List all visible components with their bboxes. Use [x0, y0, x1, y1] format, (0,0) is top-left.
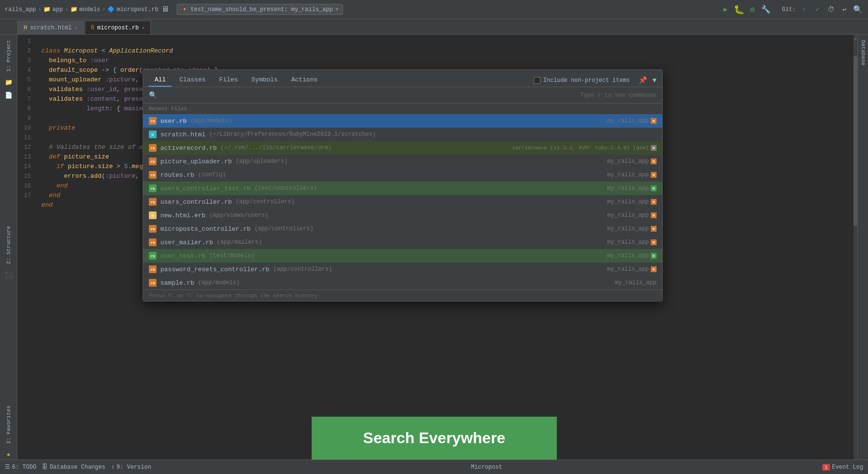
- file-name: activerecord.rb: [160, 145, 217, 152]
- sidebar-project[interactable]: 1: Project: [4, 37, 13, 75]
- file-item-new-html[interactable]: h new.html.erb (app/views/users) my_rail…: [143, 209, 662, 222]
- run-config-icon: 🔸: [181, 6, 188, 13]
- include-non-project-label: Include non-project items: [543, 77, 630, 84]
- rollback-icon[interactable]: ↩: [839, 4, 850, 15]
- sidebar-favorites[interactable]: 2: Favorites: [4, 403, 13, 447]
- tab-scratch[interactable]: H scratch.html ✕: [17, 21, 84, 34]
- file-item-routes[interactable]: rb routes.rb (config) my_rails_app ▤: [143, 168, 662, 182]
- file-name: user_mailer.rb: [160, 239, 213, 246]
- file-item-user-rb[interactable]: rb user.rb (app/models) my_rails_app ▤: [143, 114, 662, 128]
- file-item-microposts-controller[interactable]: rb microposts_controller.rb (app/control…: [143, 222, 662, 236]
- version-button[interactable]: ↕ 9: Version: [111, 464, 151, 471]
- file-item-picture-uploader[interactable]: rb picture_uploader.rb (app/uploaders) m…: [143, 155, 662, 168]
- event-log-button[interactable]: 1 Event Log: [822, 464, 863, 471]
- sidebar-database[interactable]: Database: [859, 37, 867, 68]
- tab-micropost-icon: R: [91, 25, 94, 31]
- search-icon[interactable]: 🔍: [853, 4, 863, 15]
- file-path: (app/models): [191, 118, 232, 124]
- file-item-sample[interactable]: rb sample.rb (app/models) my_rails_app: [143, 276, 662, 290]
- todo-button[interactable]: ☰ 6: TODO: [5, 463, 36, 471]
- play-button[interactable]: ▶: [720, 4, 731, 15]
- main-area: 1: Project 📁 📄 Z: Structure ⬛ 2: Favorit…: [0, 35, 868, 460]
- profile-icon[interactable]: 🔧: [761, 4, 771, 15]
- file-icon-rb: rb: [149, 171, 157, 179]
- bc-app[interactable]: app: [53, 6, 63, 13]
- bc-file[interactable]: micropost.rb: [117, 6, 158, 13]
- file-project: my_rails_app ▤: [607, 185, 657, 192]
- file-item-users-controller-test[interactable]: rb users_controller_test.rb (test/contro…: [143, 182, 662, 195]
- popup-tab-all[interactable]: All: [149, 74, 171, 87]
- file-icon-rb-green: rb: [149, 184, 157, 192]
- tab-micropost-close[interactable]: ✕: [142, 25, 145, 31]
- bc-project[interactable]: rails_app: [5, 6, 36, 13]
- file-name: user_test.rb: [160, 252, 206, 260]
- file-icon-rb: rb: [149, 144, 157, 152]
- file-path: (app/controllers): [273, 266, 332, 273]
- scrollbar[interactable]: [854, 35, 857, 460]
- todo-label: 6: TODO: [12, 464, 36, 471]
- search-input-row: 🔍 Type / to see commands: [143, 87, 662, 104]
- search-popup: All Classes Files Symbols Actions Includ…: [143, 69, 663, 302]
- version-label: 9: Version: [117, 464, 151, 471]
- file-item-scratch[interactable]: h scratch.html (~/Library/Preferences/Ru…: [143, 128, 662, 141]
- project-folder-icon: ▤: [651, 145, 657, 151]
- popup-tab-files[interactable]: Files: [213, 74, 244, 87]
- tab-micropost[interactable]: R micropost.rb ✕: [85, 21, 151, 34]
- sidebar-file-icon[interactable]: 📄: [3, 90, 14, 101]
- db-changes-button[interactable]: 🗄 Database Changes: [42, 463, 105, 471]
- search-everywhere-banner[interactable]: Search Everywhere: [312, 417, 557, 460]
- file-path: (test/controllers): [254, 185, 317, 192]
- tab-scratch-label: scratch.html: [30, 25, 71, 31]
- file-icon-html: h: [149, 131, 157, 138]
- project-folder-icon: ▤: [651, 158, 657, 164]
- file-item-activerecord[interactable]: rb activerecord.rb (~/.rvm/.../lib/carri…: [143, 141, 662, 155]
- popup-tab-actions[interactable]: Actions: [286, 74, 324, 87]
- file-icon-rb: rb: [149, 279, 157, 287]
- search-input[interactable]: [161, 92, 577, 99]
- project-folder-icon: ▤: [651, 118, 657, 124]
- pin-icon[interactable]: 📌: [639, 76, 647, 84]
- file-item-user-mailer[interactable]: rb user_mailer.rb (app/mailers) my_rails…: [143, 236, 662, 249]
- sidebar-struct-icon[interactable]: ⬛: [3, 270, 14, 280]
- todo-icon: ☰: [5, 463, 10, 471]
- top-toolbar: rails_app › 📁 app › 📁 models › 🔷 micropo…: [0, 0, 868, 19]
- file-project: my_rails_app ▤: [607, 266, 657, 273]
- file-icon-rb: rb: [149, 198, 157, 206]
- file-name: scratch.html: [160, 131, 206, 138]
- file-project: carrierwave (v1.2.2, RVM: ruby-2.4.0) [g…: [512, 145, 657, 151]
- popup-tab-classes[interactable]: Classes: [173, 74, 211, 87]
- sidebar-star-icon[interactable]: ★: [3, 449, 14, 460]
- file-icon-rb: rb: [149, 265, 157, 273]
- breadcrumb: rails_app › 📁 app › 📁 models › 🔷 micropo…: [5, 6, 158, 13]
- file-item-users-controller[interactable]: rb users_controller.rb (app/controllers)…: [143, 195, 662, 209]
- popup-tab-symbols[interactable]: Symbols: [246, 74, 284, 87]
- git-check-icon[interactable]: ✓: [812, 4, 823, 15]
- tab-scratch-close[interactable]: ✕: [75, 25, 78, 31]
- file-path: (app/mailers): [217, 239, 262, 246]
- project-folder-icon: ▤: [651, 212, 657, 218]
- sidebar-folder-icon[interactable]: 📁: [3, 77, 14, 88]
- code-area[interactable]: 12345 678910 1112131415 1617 class Micro…: [17, 35, 857, 460]
- file-icon-rb: rb: [149, 158, 157, 165]
- coverage-icon[interactable]: ⚙: [747, 4, 758, 15]
- debug-icon[interactable]: 🐛: [734, 4, 744, 15]
- file-project: my_rails_app ▤: [607, 171, 657, 178]
- file-project: my_rails_app ▤: [607, 252, 657, 259]
- include-non-project-checkbox[interactable]: [534, 77, 540, 84]
- recent-files-header: Recent Files: [143, 104, 662, 114]
- bc-models[interactable]: models: [79, 6, 100, 13]
- tab-micropost-label: micropost.rb: [97, 25, 139, 31]
- file-icon-html: h: [149, 211, 157, 219]
- file-icon-rb: rb: [149, 238, 157, 246]
- filter-icon[interactable]: ▼: [653, 77, 657, 84]
- run-config[interactable]: 🔸 test_name_should_be_present: my_rails_…: [177, 4, 343, 15]
- sidebar-structure[interactable]: Z: Structure: [4, 223, 13, 267]
- file-item-user-test[interactable]: rb user_test.rb (test/models) my_rails_a…: [143, 249, 662, 263]
- file-project: my_rails_app ▤: [607, 198, 657, 205]
- search-magnifier-icon: 🔍: [149, 91, 157, 99]
- file-path: (config): [198, 171, 226, 178]
- file-item-password-resets[interactable]: rb password_resets_controller.rb (app/co…: [143, 263, 662, 276]
- history-icon[interactable]: ⏱: [826, 4, 836, 15]
- git-push-icon[interactable]: ↑: [799, 4, 809, 15]
- file-icon-rb-green: rb: [149, 252, 157, 260]
